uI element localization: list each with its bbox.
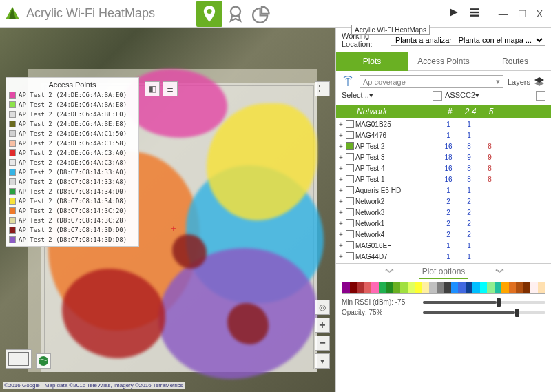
svg-rect-4 xyxy=(470,8,479,10)
layers-icon xyxy=(533,76,545,88)
svg-point-7 xyxy=(39,356,48,366)
network-row[interactable]: +Network322 xyxy=(336,207,551,218)
network-row[interactable]: +MAG016EF11 xyxy=(336,240,551,251)
ap-legend-item[interactable]: AP Test 2 (24:DE:C6:4A:C1:58) xyxy=(8,138,137,148)
tab-access-points[interactable]: Access Points xyxy=(408,52,479,71)
antenna-icon xyxy=(342,76,354,88)
map-fullscreen-button[interactable]: ⛶ xyxy=(315,81,330,96)
network-table-body[interactable]: +MAG01B2511+MAG447611+AP Test 21688+AP T… xyxy=(336,118,551,263)
map-locate-button[interactable]: ◎ xyxy=(315,300,330,315)
filter-select-2[interactable]: ASSCC2▾ xyxy=(445,91,533,101)
chevron-down-icon[interactable]: ︾ xyxy=(385,267,392,279)
working-location-select[interactable]: Planta a analizar - Planta con el mapa .… xyxy=(391,34,545,46)
nav-badge-button[interactable] xyxy=(222,1,249,27)
tab-plots[interactable]: Plots xyxy=(336,52,408,71)
window-maximize[interactable]: ☐ xyxy=(518,8,527,19)
ap-legend-item[interactable]: AP Test 2 (24:DE:C6:4A:BA:E8) xyxy=(8,100,137,110)
window-minimize[interactable]: — xyxy=(499,8,508,19)
map-cross-icon: + xyxy=(171,223,176,234)
app-logo xyxy=(4,6,21,22)
network-row[interactable]: +MAG01B2511 xyxy=(336,118,551,130)
svg-point-2 xyxy=(231,6,240,16)
filter-select-1[interactable]: Select ..▾ xyxy=(342,91,430,101)
play-button[interactable] xyxy=(449,8,459,19)
ap-legend-item[interactable]: AP Test 2 (24:DE:C6:4A:BE:E8) xyxy=(8,119,137,129)
chevron-down-icon[interactable]: ︾ xyxy=(495,267,502,279)
ap-legend-item[interactable]: AP Test 2 (D8:C7:C8:14:3D:D8) xyxy=(8,235,137,245)
filter-check-2[interactable] xyxy=(536,91,545,101)
layers-button[interactable]: Layers xyxy=(508,76,545,88)
ap-legend-panel: Access Points AP Test 2 (24:DE:C6:4A:BA:… xyxy=(6,77,139,247)
map-area[interactable]: + Access Points AP Test 2 (24:DE:C6:4A:B… xyxy=(0,28,335,392)
plot-type-select[interactable]: Ap coverage▾ xyxy=(360,75,503,88)
titlebar: Acrylic Wi-Fi HeatMaps — ☐ X xyxy=(0,0,551,28)
plot-options-panel: ︾ Plot options ︾ Min RSSI (dBm): -75 Opa… xyxy=(336,263,551,322)
map-zoom-out[interactable]: − xyxy=(315,336,330,351)
ap-legend-item[interactable]: AP Test 2 (D8:C7:C8:14:33:A0) xyxy=(8,167,137,177)
rssi-label: Min RSSI (dBm): -75 xyxy=(342,298,417,306)
tab-routes[interactable]: Routes xyxy=(479,52,551,71)
opacity-label: Opacity: 75% xyxy=(342,309,417,316)
network-row[interactable]: +Network122 xyxy=(336,218,551,229)
nav-chart-button[interactable] xyxy=(249,1,275,27)
network-row[interactable]: +AP Test 31899 xyxy=(336,152,551,163)
map-collapse-button[interactable]: ▾ xyxy=(315,353,330,369)
ap-legend-item[interactable]: AP Test 2 (D8:C7:C8:14:3C:28) xyxy=(8,216,137,225)
map-tool-marker[interactable]: ◧ xyxy=(145,81,160,96)
map-attribution: ©2016 Google - Map data ©2016 Tele Atlas… xyxy=(3,382,185,389)
map-tool-list[interactable]: ≣ xyxy=(163,81,178,96)
color-palette[interactable] xyxy=(342,282,545,294)
map-basemap-button[interactable] xyxy=(6,349,32,369)
network-row[interactable]: +Aquaris E5 HD11 xyxy=(336,185,551,196)
filter-check-1[interactable] xyxy=(433,91,442,101)
network-row[interactable]: +MAG447611 xyxy=(336,130,551,141)
plot-options-title: Plot options xyxy=(419,267,468,279)
app-title: Acrylic Wi-Fi HeatMaps xyxy=(26,6,155,21)
svg-marker-3 xyxy=(450,8,458,17)
window-close[interactable]: X xyxy=(537,8,543,19)
ap-legend-item[interactable]: AP Test 2 (24:DE:C6:4A:BA:E0) xyxy=(8,90,137,100)
network-row[interactable]: +AP Test 11688 xyxy=(336,174,551,185)
network-row[interactable]: +AP Test 21688 xyxy=(336,141,551,152)
ap-legend-item[interactable]: AP Test 2 (24:DE:C6:4A:BE:E0) xyxy=(8,110,137,119)
network-row[interactable]: +Network422 xyxy=(336,229,551,240)
ap-legend-item[interactable]: AP Test 2 (D8:C7:C8:14:3D:D0) xyxy=(8,225,137,235)
network-row[interactable]: +MAG44D711 xyxy=(336,251,551,262)
svg-rect-5 xyxy=(470,12,479,13)
ap-legend-item[interactable]: AP Test 2 (24:DE:C6:4A:C3:A0) xyxy=(8,148,137,158)
svg-marker-9 xyxy=(534,81,544,86)
ap-legend-item[interactable]: AP Test 2 (24:DE:C6:4A:C3:A8) xyxy=(8,158,137,167)
sidebar: Working Location: Planta a analizar - Pl… xyxy=(335,28,551,392)
ap-legend-item[interactable]: AP Test 2 (D8:C7:C8:14:33:A8) xyxy=(8,177,137,187)
network-row[interactable]: +AP Test 41688 xyxy=(336,163,551,174)
nav-map-button[interactable] xyxy=(196,1,222,27)
network-table-header: Network # 2.4 5 xyxy=(336,105,551,118)
tooltip: Acrylic Wi-Fi HeatMaps xyxy=(351,25,430,35)
map-globe-button[interactable] xyxy=(36,353,51,369)
map-zoom-in[interactable]: + xyxy=(315,318,330,333)
ap-legend-item[interactable]: AP Test 2 (24:DE:C6:4A:C1:50) xyxy=(8,129,137,138)
ap-legend-item[interactable]: AP Test 2 (D8:C7:C8:14:3C:20) xyxy=(8,206,137,216)
ap-legend-item[interactable]: AP Test 2 (D8:C7:C8:14:34:D8) xyxy=(8,196,137,206)
network-row[interactable]: +Network222 xyxy=(336,196,551,207)
opacity-slider[interactable] xyxy=(423,311,545,314)
ap-legend-item[interactable]: AP Test 2 (D8:C7:C8:14:34:D0) xyxy=(8,187,137,196)
hamburger-button[interactable] xyxy=(470,8,479,19)
ap-legend-title: Access Points xyxy=(8,81,137,89)
rssi-slider[interactable] xyxy=(423,301,545,304)
svg-rect-6 xyxy=(470,15,479,17)
